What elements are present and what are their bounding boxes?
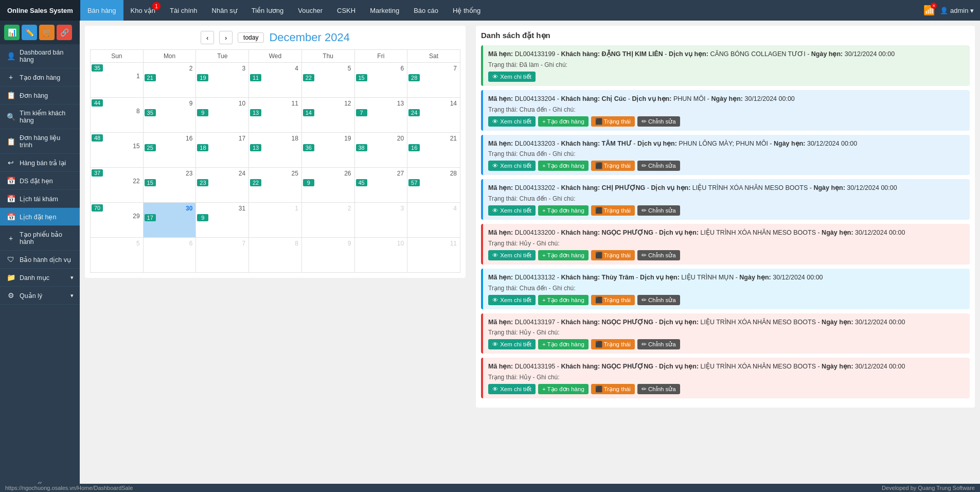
sidebar-item-quan-ly[interactable]: ⚙ Quản lý ▾ [0, 287, 80, 305]
cal-cell[interactable]: 137 [354, 98, 407, 133]
appt-btn-trang-thai-3[interactable]: ⬛ Trạng thái [591, 161, 635, 171]
toolbar-btn-blue[interactable]: ✏️ [22, 25, 37, 40]
appt-btn-trang-thai-6[interactable]: ⬛ Trạng thái [591, 295, 635, 305]
nav-marketing[interactable]: Marketing [363, 0, 406, 21]
sidebar-item-lich-tai-kham[interactable]: 📅 Lịch tái khám [0, 190, 80, 208]
nav-bao-cao[interactable]: Báo cáo [406, 0, 446, 21]
appt-btn-chinh-sua-8[interactable]: ✏ Chỉnh sửa [637, 384, 680, 394]
appt-btn-tao-don-2[interactable]: + Tạo đơn hàng [538, 116, 589, 127]
cal-cell[interactable]: 7029 [91, 203, 144, 238]
cal-cell[interactable]: 351 [91, 63, 144, 98]
cal-cell[interactable]: 2423 [196, 168, 249, 203]
admin-user[interactable]: 👤 admin ▾ [940, 7, 974, 14]
nav-voucher[interactable]: Voucher [291, 0, 330, 21]
cal-cell[interactable]: 3 [354, 203, 407, 238]
cal-cell[interactable]: 2116 [407, 133, 460, 168]
appt-btn-tao-don-7[interactable]: + Tạo đơn hàng [538, 339, 589, 349]
cal-cell[interactable]: 2315 [143, 168, 196, 203]
cal-cell[interactable]: 9 [301, 238, 354, 273]
cal-cell[interactable]: 2522 [249, 168, 302, 203]
sidebar-item-lich-dat-hen[interactable]: 📅 Lịch đặt hẹn [0, 208, 80, 226]
appt-btn-chinh-sua-7[interactable]: ✏ Chỉnh sửa [637, 339, 680, 349]
cal-cell[interactable]: 1718 [196, 133, 249, 168]
cal-cell[interactable]: 522 [301, 63, 354, 98]
cal-cell[interactable]: 1424 [407, 98, 460, 133]
appt-btn-xem-ct-2[interactable]: 👁 Xem chi tiết [488, 116, 536, 127]
toolbar-btn-green[interactable]: 📊 [4, 25, 20, 40]
sidebar-item-ds-dat-hen[interactable]: 📅 DS đặt hẹn [0, 172, 80, 190]
appt-btn-trang-thai-7[interactable]: ⬛ Trạng thái [591, 339, 635, 349]
cal-cell[interactable]: 728 [407, 63, 460, 98]
sidebar-item-don-hang[interactable]: 📋 Đơn hàng [0, 86, 80, 104]
appt-btn-trang-thai-2[interactable]: ⬛ Trạng thái [591, 116, 635, 127]
cal-cell[interactable]: 10 [354, 238, 407, 273]
nav-ban-hang[interactable]: Bán hàng [80, 0, 123, 21]
cal-cell[interactable]: 935 [143, 98, 196, 133]
sidebar-item-tim-khach[interactable]: 🔍 Tìm kiếm khách hàng [0, 104, 80, 129]
appt-btn-xem-ct-8[interactable]: 👁 Xem chi tiết [488, 384, 536, 394]
cal-cell[interactable]: 1 [249, 203, 302, 238]
appt-btn-chinh-sua-5[interactable]: ✏ Chỉnh sửa [637, 250, 680, 260]
cal-cell[interactable]: 8 [249, 238, 302, 273]
cal-cell[interactable]: 1113 [249, 98, 302, 133]
appt-btn-trang-thai-5[interactable]: ⬛ Trạng thái [591, 250, 635, 260]
appt-btn-tao-don-8[interactable]: + Tạo đơn hàng [538, 384, 589, 394]
nav-he-thong[interactable]: Hệ thống [446, 0, 488, 21]
appt-btn-trang-thai-8[interactable]: ⬛ Trạng thái [591, 384, 635, 394]
cal-cell[interactable]: 615 [354, 63, 407, 98]
cal-cell[interactable]: 4 [407, 203, 460, 238]
cal-cell[interactable]: 11 [407, 238, 460, 273]
appt-btn-tao-don-3[interactable]: + Tạo đơn hàng [538, 161, 589, 171]
cal-cell[interactable]: 2038 [354, 133, 407, 168]
cal-next-btn[interactable]: › [219, 31, 233, 44]
appt-btn-tao-don-6[interactable]: + Tạo đơn hàng [538, 295, 589, 305]
sidebar-item-tao-phieu-bh[interactable]: + Tạo phiếu bảo hành [0, 226, 80, 251]
cal-cell[interactable]: 2857 [407, 168, 460, 203]
cal-cell[interactable]: 4815 [91, 133, 144, 168]
appt-btn-xem-ct-7[interactable]: 👁 Xem chi tiết [488, 339, 536, 349]
cal-cell[interactable]: 5 [91, 238, 144, 273]
cal-cell[interactable]: 1214 [301, 98, 354, 133]
appt-btn-chinh-sua-6[interactable]: ✏ Chỉnh sửa [637, 295, 680, 305]
cal-cell[interactable]: 269 [301, 168, 354, 203]
appt-btn-chinh-sua-3[interactable]: ✏ Chỉnh sửa [637, 161, 680, 171]
sidebar-item-hang-tra-lai[interactable]: ↩ Hàng bán trả lại [0, 154, 80, 172]
cal-cell[interactable]: 109 [196, 98, 249, 133]
cal-cell[interactable]: 319 [196, 63, 249, 98]
cal-prev-btn[interactable]: ‹ [201, 31, 214, 44]
appt-btn-tao-don-4[interactable]: + Tạo đơn hàng [538, 205, 589, 216]
appt-btn-xem-ct-5[interactable]: 👁 Xem chi tiết [488, 250, 536, 260]
cal-cell[interactable]: 6 [143, 238, 196, 273]
sidebar-item-tao-don[interactable]: + Tạo đơn hàng [0, 68, 80, 86]
sidebar-item-don-lieu-trinh[interactable]: 📋 Đơn hàng liệu trình [0, 129, 80, 154]
nav-cskh[interactable]: CSKH [330, 0, 363, 21]
appt-btn-chinh-sua-4[interactable]: ✏ Chỉnh sửa [637, 205, 680, 216]
sidebar-item-danh-muc[interactable]: 📁 Danh mục ▾ [0, 269, 80, 287]
cal-cell[interactable]: 7 [196, 238, 249, 273]
appt-btn-xem-ct-3[interactable]: 👁 Xem chi tiết [488, 161, 536, 171]
cal-cell[interactable]: 3722 [91, 168, 144, 203]
nav-tien-luong[interactable]: Tiền lương [244, 0, 291, 21]
appt-btn-chinh-sua-2[interactable]: ✏ Chỉnh sửa [637, 116, 680, 127]
cal-today-btn[interactable]: today [238, 32, 264, 43]
sidebar-item-bao-hanh[interactable]: 🛡 Bảo hành dịch vụ [0, 251, 80, 269]
cal-cell[interactable]: 2745 [354, 168, 407, 203]
toolbar-btn-pink[interactable]: 🔗 [57, 25, 72, 40]
appt-btn-tao-don-5[interactable]: + Tạo đơn hàng [538, 250, 589, 260]
cal-cell[interactable]: 1813 [249, 133, 302, 168]
cal-cell[interactable]: 411 [249, 63, 302, 98]
appt-btn-xem-ct-4[interactable]: 👁 Xem chi tiết [488, 205, 536, 216]
cal-cell[interactable]: 3017 [143, 203, 196, 238]
cal-cell[interactable]: 448 [91, 98, 144, 133]
appt-btn-xem-ct-1[interactable]: 👁 Xem chi tiết [488, 72, 536, 82]
nav-kho-van[interactable]: Kho vận 1 [123, 0, 163, 21]
nav-tai-chinh[interactable]: Tài chính [163, 0, 204, 21]
appt-btn-xem-ct-6[interactable]: 👁 Xem chi tiết [488, 295, 536, 305]
nav-nhan-su[interactable]: Nhân sự [205, 0, 244, 21]
cal-cell[interactable]: 1625 [143, 133, 196, 168]
toolbar-btn-orange[interactable]: 🛒 [39, 25, 55, 40]
cal-cell[interactable]: 319 [196, 203, 249, 238]
sidebar-item-dashboard[interactable]: 👤 Dashboard bán hàng [0, 44, 80, 68]
cal-cell[interactable]: 1936 [301, 133, 354, 168]
appt-btn-trang-thai-4[interactable]: ⬛ Trạng thái [591, 205, 635, 216]
